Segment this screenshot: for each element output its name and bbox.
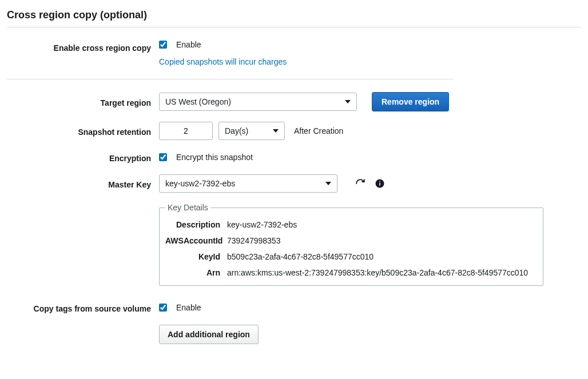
master-key-label: Master Key [7,177,159,190]
svg-rect-1 [379,183,380,186]
encryption-label: Encryption [7,150,159,164]
target-region-label: Target region [7,95,159,109]
divider [7,27,581,27]
charges-info-link[interactable]: Copied snapshots will incur charges [159,57,287,66]
kd-keyid-label: KeyId [165,252,227,261]
refresh-icon[interactable] [353,177,367,190]
encryption-checkbox-label: Encrypt this snapshot [176,153,253,162]
remove-region-button[interactable]: Remove region [372,92,449,111]
master-key-selected: key-usw2-7392-ebs [165,179,235,188]
kd-keyid-value: b509c23a-2afa-4c67-82c8-5f49577cc010 [227,252,535,261]
chevron-down-icon [325,182,331,185]
target-region-selected: US West (Oregon) [165,97,231,106]
kd-arn-label: Arn [165,268,227,277]
key-details-legend: Key Details [165,203,210,212]
add-region-button[interactable]: Add additional region [159,325,259,344]
enable-copy-checkbox[interactable] [159,41,167,49]
enable-copy-checkbox-label: Enable [176,40,201,49]
key-details-fieldset: Key Details Description key-usw2-7392-eb… [159,203,543,286]
kd-arn-value: arn:aws:kms:us-west-2:739247998353:key/b… [227,268,535,277]
retention-label: Snapshot retention [7,124,159,138]
retention-value-input[interactable] [159,122,213,140]
info-icon[interactable] [373,177,387,190]
kd-account-value: 739247998353 [227,236,535,245]
enable-copy-label: Enable cross region copy [7,40,159,54]
copy-tags-checkbox-label: Enable [176,303,201,312]
divider [7,79,453,79]
encryption-checkbox[interactable] [159,153,167,161]
chevron-down-icon [273,129,279,133]
retention-after-text: After Creation [294,126,343,135]
spacer [7,333,159,336]
section-title: Cross region copy (optional) [7,9,581,21]
kd-description-value: key-usw2-7392-ebs [227,220,535,229]
retention-unit-select[interactable]: Day(s) [218,122,285,140]
retention-unit-selected: Day(s) [225,126,248,135]
svg-rect-2 [379,181,380,182]
copy-tags-checkbox[interactable] [159,304,167,312]
copy-tags-label: Copy tags from source volume [7,301,159,314]
target-region-select[interactable]: US West (Oregon) [159,93,357,111]
kd-account-label: AWSAccountId [165,236,227,245]
master-key-select[interactable]: key-usw2-7392-ebs [159,174,337,193]
kd-description-label: Description [165,220,227,229]
chevron-down-icon [345,100,351,103]
